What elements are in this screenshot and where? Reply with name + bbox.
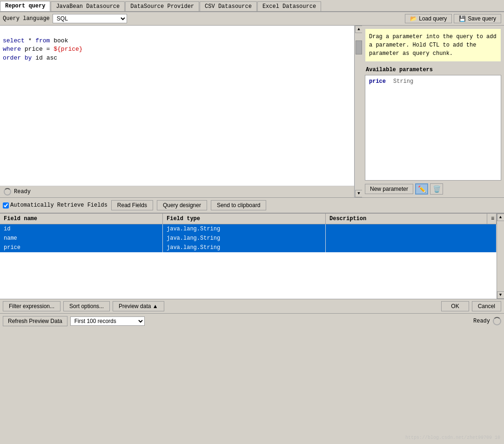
- tab-javabean[interactable]: JavaBean Datasource: [51, 1, 125, 11]
- scroll-thumb[interactable]: [356, 40, 362, 54]
- refresh-preview-button[interactable]: Refresh Preview Data: [3, 316, 67, 326]
- toolbar-right: 📂 Load query 💾 Save query: [405, 14, 501, 23]
- read-fields-button[interactable]: Read Fields: [111, 200, 153, 210]
- query-lang-label: Query language: [3, 15, 50, 22]
- save-query-button[interactable]: 💾 Save query: [454, 14, 501, 23]
- auto-retrieve-wrap: Automatically Retrieve Fields: [3, 202, 108, 209]
- fields-scroll-up[interactable]: ▲: [497, 214, 504, 221]
- param-type: String: [393, 78, 413, 85]
- query-lang-select[interactable]: SQL HQL MDX: [53, 14, 127, 23]
- editor-pre[interactable]: select * from book where price = ${price…: [0, 26, 354, 186]
- param-edit-icon-btn[interactable]: ✏️: [415, 183, 428, 195]
- field-id-type: java.lang.String: [163, 224, 326, 234]
- preview-bar: Refresh Preview Data First 100 records F…: [0, 313, 504, 329]
- param-delete-icon-btn[interactable]: 🗑️: [430, 183, 443, 195]
- field-id-name: id: [0, 224, 163, 234]
- fields-section: Field name Field type Description ≡ id j…: [0, 213, 504, 299]
- ok-button[interactable]: OK: [441, 301, 469, 311]
- fields-inner: Field name Field type Description ≡ id j…: [0, 214, 497, 299]
- records-select[interactable]: First 100 records First 500 records All …: [70, 316, 145, 326]
- load-query-button[interactable]: 📂 Load query: [405, 14, 452, 23]
- field-price-desc: [326, 243, 497, 252]
- tabs-bar: Report query JavaBean Datasource DataSou…: [0, 0, 504, 12]
- params-label: Available parameters: [362, 65, 504, 75]
- scroll-up-btn[interactable]: ▲: [355, 26, 363, 33]
- field-desc-header: Description: [326, 214, 487, 224]
- tab-csv[interactable]: CSV Datasource: [200, 1, 257, 11]
- params-list: price String: [365, 75, 501, 181]
- editor-status: Ready: [0, 186, 354, 197]
- scroll-down-btn[interactable]: ▼: [355, 190, 363, 197]
- spinner-icon: [4, 188, 11, 195]
- hint-box: Drag a parameter into the query to add a…: [365, 28, 501, 62]
- save-icon: 💾: [459, 15, 466, 22]
- auto-retrieve-checkbox[interactable]: [3, 202, 9, 209]
- auto-retrieve-label: Automatically Retrieve Fields: [10, 202, 108, 209]
- preview-ready-status: Ready: [473, 317, 501, 325]
- filter-expression-button[interactable]: Filter expression...: [3, 301, 60, 311]
- field-type-header: Field type: [163, 214, 326, 224]
- preview-status-text: Ready: [473, 318, 490, 324]
- content-area: select * from book where price = ${price…: [0, 25, 504, 197]
- preview-spinner-icon: [493, 317, 501, 325]
- editor-scrollbar[interactable]: ▲ ▼: [355, 26, 362, 197]
- editor-panel: select * from book where price = ${price…: [0, 26, 355, 197]
- tab-datasource-provider[interactable]: DataSource Provider: [125, 1, 199, 11]
- field-actions-header: ≡: [487, 214, 497, 224]
- fields-header: Field name Field type Description ≡: [0, 214, 497, 224]
- table-row[interactable]: name java.lang.String: [0, 234, 497, 243]
- cancel-button[interactable]: Cancel: [472, 301, 501, 311]
- preview-data-button[interactable]: Preview data ▲: [113, 301, 164, 311]
- fields-with-scroll: Field name Field type Description ≡ id j…: [0, 214, 504, 299]
- watermark: https://blog.csdn.net/zhet99709 10: [405, 435, 500, 440]
- params-panel: Drag a parameter into the query to add a…: [362, 26, 504, 197]
- param-name: price: [369, 78, 386, 85]
- query-lang-bar: Query language SQL HQL MDX 📂 Load query …: [0, 12, 504, 25]
- action-buttons: Automatically Retrieve Fields Read Field…: [0, 197, 504, 213]
- sort-options-button[interactable]: Sort options...: [63, 301, 110, 311]
- param-item[interactable]: price String: [367, 77, 499, 86]
- bottom-toolbar: Filter expression... Sort options... Pre…: [0, 299, 504, 313]
- load-icon: 📂: [410, 15, 417, 22]
- field-price-name: price: [0, 243, 163, 252]
- params-actions: New parameter ✏️ 🗑️: [362, 181, 504, 197]
- field-price-type: java.lang.String: [163, 243, 326, 252]
- tab-excel[interactable]: Excel Datasource: [257, 1, 321, 11]
- field-name-header: Field name: [0, 214, 163, 224]
- fields-scrollbar[interactable]: ▲ ▼: [497, 214, 504, 299]
- table-row[interactable]: price java.lang.String: [0, 243, 497, 252]
- query-designer-button[interactable]: Query designer: [157, 200, 207, 210]
- new-param-button[interactable]: New parameter: [365, 184, 413, 194]
- fields-table: id java.lang.String name java.lang.Strin…: [0, 224, 497, 299]
- table-row[interactable]: id java.lang.String: [0, 224, 497, 234]
- status-text: Ready: [14, 188, 31, 195]
- field-name-type: java.lang.String: [163, 234, 326, 243]
- send-clipboard-button[interactable]: Send to clipboard: [211, 200, 266, 210]
- fields-scroll-down[interactable]: ▼: [497, 291, 504, 299]
- field-name-name: name: [0, 234, 163, 243]
- tab-report-query[interactable]: Report query: [0, 1, 50, 11]
- field-name-desc: [326, 234, 497, 243]
- field-id-desc: [326, 224, 497, 234]
